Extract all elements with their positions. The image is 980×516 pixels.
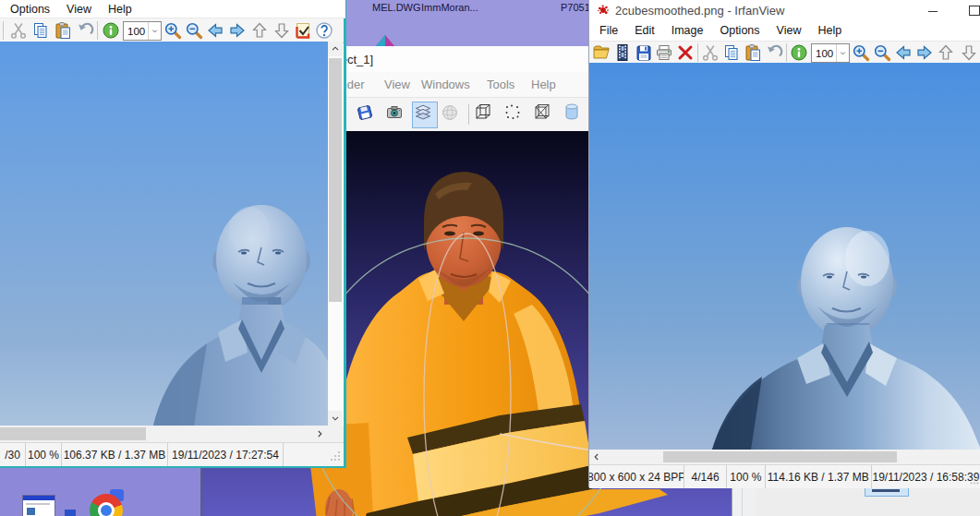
cut-button[interactable]: [9, 21, 28, 40]
horizontal-scroll-thumb[interactable]: [0, 427, 146, 440]
info-button[interactable]: [790, 43, 808, 62]
left-viewer-menubar: Options View Help: [0, 0, 345, 18]
vertical-scrollbar[interactable]: [328, 42, 343, 426]
left-viewer-toolbar: 100: [0, 18, 344, 43]
desktop-icon-label[interactable]: ImmMoran...: [421, 2, 478, 13]
status-zoom: 100 %: [26, 443, 62, 466]
scroll-down-button[interactable]: [328, 411, 343, 426]
chevron-down-icon[interactable]: [148, 22, 161, 40]
desktop-icon-label[interactable]: P7051: [561, 2, 590, 13]
first-image-button[interactable]: [250, 21, 269, 40]
paste-button[interactable]: [54, 21, 72, 40]
zoom-combo[interactable]: 100: [123, 21, 162, 41]
zoom-combo[interactable]: 100: [811, 43, 850, 63]
menu-item-help[interactable]: Help: [531, 78, 556, 91]
scroll-right-button[interactable]: [311, 426, 328, 442]
bbox-render-button[interactable]: [474, 102, 498, 126]
toolbar-separator: [3, 21, 4, 40]
menu-item-options[interactable]: Options: [2, 1, 58, 18]
resize-grip-icon[interactable]: [969, 474, 980, 486]
status-dimensions: 800 x 600 x 24 BPP: [589, 465, 684, 488]
right-viewer-statusbar: 800 x 600 x 24 BPP 4/146 100 % 114.16 KB…: [589, 464, 980, 488]
left-image-view: [0, 42, 328, 426]
trackball-globe-button[interactable]: [441, 103, 463, 126]
desktop-small-fragment-icon[interactable]: [65, 510, 76, 516]
menu-item-edit[interactable]: Edit: [626, 22, 663, 39]
save-project-button[interactable]: [356, 103, 378, 126]
thumbnails-button[interactable]: [613, 43, 632, 62]
status-datetime: 19/11/2023 / 17:27:54: [168, 443, 284, 466]
menu-item-view[interactable]: View: [58, 1, 100, 18]
menu-item-help[interactable]: Help: [809, 22, 850, 39]
right-viewer-toolbar: 100: [589, 41, 980, 65]
last-image-button[interactable]: [272, 21, 291, 40]
maximize-button[interactable]: [965, 2, 980, 18]
status-filesize: 106.37 KB / 1.37 MB: [62, 443, 168, 466]
menu-item-tools[interactable]: Tools: [487, 78, 514, 91]
next-image-button[interactable]: [228, 21, 247, 40]
menu-item-image[interactable]: Image: [663, 22, 712, 39]
wireframe-render-button[interactable]: [533, 102, 557, 126]
zoom-in-button[interactable]: [163, 21, 182, 40]
chrome-icon-center: [101, 505, 112, 516]
cut-button[interactable]: [701, 43, 720, 62]
scroll-left-button[interactable]: [589, 450, 604, 464]
toolbar-separator: [468, 104, 469, 125]
snapshot-button[interactable]: [385, 103, 407, 126]
copy-button[interactable]: [31, 21, 50, 40]
smooth-render-button[interactable]: [563, 102, 587, 126]
resize-grip-icon[interactable]: [329, 450, 342, 462]
left-irfanview-window: Options View Help 100: [0, 0, 346, 468]
left-viewer-statusbar: /30 100 % 106.37 KB / 1.37 MB 19/11/2023…: [0, 442, 344, 466]
menu-item-file[interactable]: File: [591, 22, 626, 39]
right-viewer-titlebar[interactable]: 2cubesmoothed.png - IrfanView: [589, 0, 980, 20]
undo-button[interactable]: [76, 21, 94, 40]
next-image-button[interactable]: [915, 43, 934, 62]
right-irfanview-window: 2cubesmoothed.png - IrfanView File Edit …: [588, 0, 980, 487]
status-filesize: 114.16 KB / 1.37 MB: [766, 465, 872, 488]
right-viewer-menubar: File Edit Image Options View Help: [589, 20, 980, 42]
menu-item-windows[interactable]: Windows: [421, 78, 470, 91]
vertical-scroll-thumb[interactable]: [329, 58, 342, 302]
save-button[interactable]: [635, 43, 653, 62]
info-button[interactable]: [102, 21, 120, 40]
batch-check-button[interactable]: [294, 21, 312, 40]
open-button[interactable]: [592, 43, 611, 62]
irfanview-app-icon: [597, 4, 610, 20]
paste-button[interactable]: [744, 43, 762, 62]
horizontal-scroll-thumb[interactable]: [663, 451, 897, 462]
copy-button[interactable]: [722, 43, 741, 62]
first-image-button[interactable]: [937, 43, 955, 62]
horizontal-scrollbar[interactable]: [0, 426, 344, 442]
window-icon-rows: [26, 503, 50, 505]
points-render-button[interactable]: [503, 102, 527, 126]
window-title: 2cubesmoothed.png - IrfanView: [615, 4, 784, 18]
menu-item-view[interactable]: View: [768, 22, 810, 39]
layers-dialog-button[interactable]: [412, 102, 438, 128]
menu-item-view[interactable]: View: [384, 78, 410, 91]
menu-item-help[interactable]: Help: [100, 1, 140, 18]
desktop-icon-label[interactable]: MEL.DWG: [372, 2, 421, 13]
help-button[interactable]: [315, 21, 333, 40]
zoom-out-button[interactable]: [185, 21, 203, 40]
blue-figure-render: [589, 63, 980, 450]
delete-button[interactable]: [676, 43, 695, 62]
print-button[interactable]: [655, 43, 673, 62]
prev-image-button[interactable]: [206, 21, 224, 40]
desktop-window-icon[interactable]: [22, 495, 55, 516]
minimize-button[interactable]: [925, 2, 941, 18]
zoom-value: 100: [124, 26, 148, 37]
maximize-icon: [969, 6, 980, 16]
zoom-in-button[interactable]: [852, 43, 870, 62]
scroll-up-button[interactable]: [328, 42, 343, 56]
blue-figure-render: [0, 42, 328, 426]
undo-button[interactable]: [765, 43, 783, 62]
toolbar-separator: [97, 21, 98, 40]
status-zoom: 100 %: [727, 465, 766, 488]
prev-image-button[interactable]: [894, 43, 913, 62]
zoom-out-button[interactable]: [873, 43, 891, 62]
horizontal-scrollbar[interactable]: [589, 450, 980, 464]
chevron-down-icon[interactable]: [836, 44, 849, 62]
last-image-button[interactable]: [960, 43, 978, 62]
menu-item-options[interactable]: Options: [711, 22, 768, 39]
